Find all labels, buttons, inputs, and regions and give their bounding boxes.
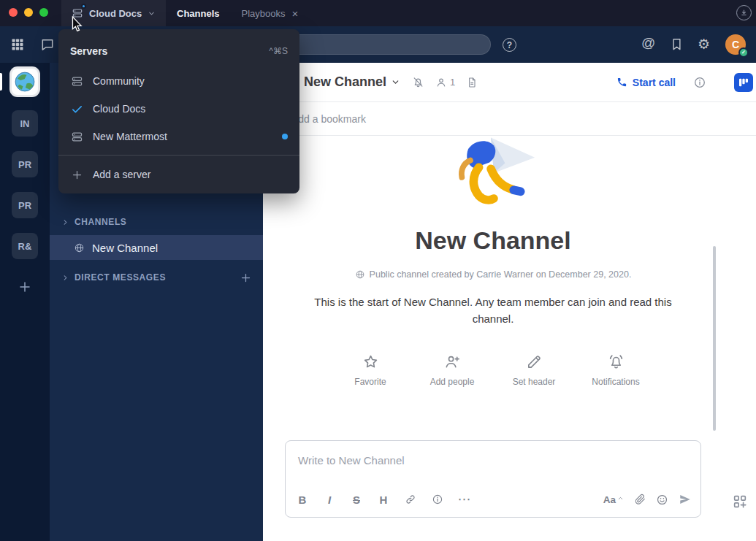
team-avatar-globe[interactable] [12,69,38,95]
add-people-label: Add people [430,377,475,387]
chevron-right-icon [61,274,69,282]
favorite-label: Favorite [354,377,386,387]
menu-divider [58,155,299,156]
server-notification-dot [81,4,86,9]
team-initials: PR [18,200,31,211]
sidebar-item-new-channel[interactable]: New Channel [50,235,263,260]
bold-button[interactable]: B [291,488,313,510]
product-menu-icon[interactable] [10,37,25,52]
add-server-button[interactable]: Add a server [58,160,299,189]
help-button[interactable]: ? [503,38,516,52]
add-bookmark-label: Add a bookmark [291,113,366,125]
server-icon [70,75,83,88]
mentions-icon[interactable]: @ [641,35,655,51]
heading-button[interactable]: H [373,488,394,510]
star-icon [362,353,379,370]
channels-product-icon[interactable] [40,37,55,52]
tab-label: Playbooks [242,8,286,19]
team-tile[interactable]: IN [12,110,38,137]
channel-title-menu[interactable]: New Channel [304,74,400,90]
info-circle-icon[interactable] [427,488,448,510]
direct-messages-category[interactable]: DIRECT MESSAGES [50,268,263,287]
member-icon [435,77,447,88]
bookmark-bar[interactable]: Add a bookmark [263,102,756,136]
avatar-initial: C [732,39,739,50]
update-download-icon[interactable] [736,5,752,20]
message-input-placeholder[interactable]: Write to New Channel [298,454,405,467]
team-tile[interactable]: PR [12,192,38,218]
set-header-label: Set header [513,377,556,387]
favorite-button[interactable]: Favorite [340,353,400,387]
help-label: ? [507,40,512,50]
channel-intro-illustration [447,136,539,213]
server-item-cloud-docs[interactable]: Cloud Docs [58,95,299,123]
more-formatting-button[interactable]: ⋯ [454,488,476,510]
settings-gear-icon[interactable]: ⚙ [698,36,710,52]
direct-messages-label: DIRECT MESSAGES [75,272,166,283]
channels-category[interactable]: CHANNELS [50,212,263,231]
server-item-new-mattermost[interactable]: New Mattermost [58,123,299,150]
tab-label: Channels [177,8,220,19]
start-call-label: Start call [633,77,676,88]
server-icon [72,7,83,19]
plus-icon [70,169,83,180]
attachment-paperclip-icon[interactable] [634,494,646,505]
server-icon [70,131,83,143]
window-minimize-button[interactable] [24,8,33,17]
team-initials: IN [20,118,30,129]
boards-plugin-icon[interactable] [734,73,753,92]
italic-button[interactable]: I [318,488,340,510]
user-avatar[interactable]: C ✓ [725,34,746,55]
servers-dropdown-menu: Servers ^⌘S Community Cloud Docs New Mat… [58,29,299,193]
aa-label: Aa [603,494,616,505]
formatting-toolbar: B I S H ⋯ Aa [291,485,695,514]
team-tile[interactable]: PR [12,151,38,177]
add-team-button[interactable] [12,274,38,300]
unread-notification-dot [282,134,288,139]
start-call-button[interactable]: Start call [616,63,676,101]
check-icon [70,103,83,115]
add-server-label: Add a server [93,169,150,180]
muted-bell-icon[interactable] [412,76,424,88]
window-zoom-button[interactable] [39,8,48,17]
server-item-label: New Mattermost [93,131,167,142]
apps-grid-icon[interactable] [732,494,748,510]
chevron-right-icon [61,218,69,226]
server-item-label: Community [93,75,145,87]
message-composer[interactable]: Write to New Channel B I S H ⋯ Aa [285,440,701,518]
server-item-community[interactable]: Community [58,67,299,95]
close-tab-icon[interactable]: × [292,8,299,19]
saved-posts-icon[interactable] [670,37,684,51]
send-message-icon[interactable] [679,493,692,506]
server-dropdown-button[interactable]: Cloud Docs [61,0,166,26]
servers-shortcut: ^⌘S [269,46,288,56]
pencil-icon [526,353,543,370]
tab-playbooks[interactable]: Playbooks × [242,8,299,19]
intro-meta-text: Public channel created by Carrie Warner … [370,269,632,280]
globe-icon [74,242,85,253]
strikethrough-button[interactable]: S [345,488,367,510]
server-item-label: Cloud Docs [93,103,145,115]
text-format-toggle[interactable]: Aa [603,494,624,505]
link-icon[interactable] [400,488,421,510]
add-people-button[interactable]: Add people [422,353,482,387]
notifications-button[interactable]: Notifications [586,353,646,387]
bell-icon [608,353,625,370]
members-button[interactable]: 1 [435,77,455,88]
globe-icon [355,269,365,280]
window-close-button[interactable] [9,8,18,17]
globe-team-image [14,71,36,93]
emoji-smiley-icon[interactable] [656,494,668,506]
set-header-button[interactable]: Set header [504,353,564,387]
intro-description: This is the start of New Channel. Any te… [296,294,690,327]
channel-info-icon[interactable] [693,76,706,89]
vertical-scrollbar[interactable] [713,246,716,431]
channel-intro: New Channel Public channel created by Ca… [263,136,723,387]
phone-icon [616,77,627,88]
team-tile[interactable]: R& [12,233,38,259]
add-direct-message-icon[interactable] [240,272,251,283]
chevron-down-icon [148,9,156,18]
tab-channels[interactable]: Channels [177,8,220,19]
server-tab-label: Cloud Docs [89,8,142,19]
pinned-files-icon[interactable] [466,77,478,88]
